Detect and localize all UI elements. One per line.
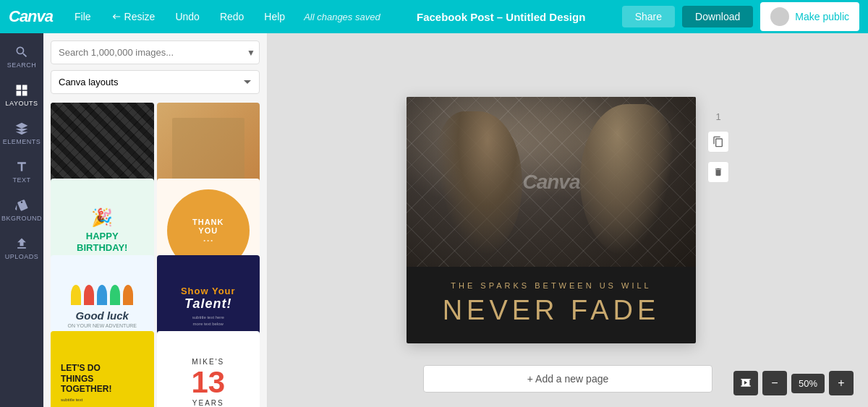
elements-icon xyxy=(14,121,29,136)
resize-icon xyxy=(111,12,122,22)
sidebar-elements-label: ELEMENTS xyxy=(3,138,41,145)
sidebar-item-text[interactable]: TEXT xyxy=(0,154,43,189)
search-input[interactable] xyxy=(51,40,260,64)
canvas-title: NEVER FADE xyxy=(421,296,681,326)
sidebar: SEARCH LAYOUTS ELEMENTS TEXT BKGROUND UP… xyxy=(0,33,43,407)
sidebar-item-uploads[interactable]: UPLOADS xyxy=(0,231,43,266)
layout-selector: Canva layouts My layouts xyxy=(43,70,267,100)
zoom-out-btn[interactable]: − xyxy=(762,371,787,395)
sidebar-search-label: SEARCH xyxy=(7,61,37,69)
make-public-button[interactable]: Make public xyxy=(760,2,859,31)
zoom-in-btn[interactable]: + xyxy=(829,371,854,395)
sidebar-layouts-label: LAYOUTS xyxy=(6,100,38,107)
presentation-icon xyxy=(740,377,752,389)
canvas-area: Canva THE SPARKS BETWEEN US WILL NEVER F… xyxy=(268,33,868,407)
duplicate-page-btn[interactable] xyxy=(707,131,729,153)
canvas-container: Canva THE SPARKS BETWEEN US WILL NEVER F… xyxy=(407,97,729,343)
layout-dropdown[interactable]: Canva layouts My layouts xyxy=(51,70,260,94)
design-title: Facebook Post – Untitled Design xyxy=(417,11,585,23)
trash-icon xyxy=(713,167,723,177)
search-icon xyxy=(14,45,29,59)
resize-label: Resize xyxy=(124,11,156,22)
main-area: SEARCH LAYOUTS ELEMENTS TEXT BKGROUND UP… xyxy=(0,33,868,407)
sidebar-item-layouts[interactable]: LAYOUTS xyxy=(0,77,43,113)
user-avatar xyxy=(770,7,789,26)
person-left xyxy=(435,111,522,256)
search-area: ▼ xyxy=(43,33,267,70)
presentation-btn[interactable] xyxy=(733,371,758,395)
app-header: Canva File Resize Undo Redo Help All cha… xyxy=(0,0,868,33)
design-canvas-wrapper: Canva THE SPARKS BETWEEN US WILL NEVER F… xyxy=(407,97,696,343)
templates-grid: 🎉 HAPPYBIRTHDAY! FREE THANK YOU • • • FR… xyxy=(43,100,267,407)
share-button[interactable]: Share xyxy=(622,6,675,27)
template-preview: MIKE'S 13 YEARS xyxy=(157,331,260,407)
header-center: Facebook Post – Untitled Design xyxy=(392,11,610,23)
canvas-text-area[interactable]: THE SPARKS BETWEEN US WILL NEVER FADE xyxy=(407,267,696,343)
page-tools: 1 xyxy=(707,97,729,183)
search-dropdown-btn[interactable]: ▼ xyxy=(247,48,255,58)
sidebar-text-label: TEXT xyxy=(12,176,30,184)
add-page-button[interactable]: + Add a new page xyxy=(423,365,712,393)
zoom-in-icon: + xyxy=(838,377,844,390)
resize-btn[interactable]: Resize xyxy=(107,8,160,25)
undo-btn[interactable]: Undo xyxy=(171,8,203,25)
zoom-out-icon: − xyxy=(771,377,778,390)
sidebar-background-label: BKGROUND xyxy=(1,215,42,222)
help-btn[interactable]: Help xyxy=(260,8,289,25)
template-preview: LET'S DO THINGS TOGETHER! subtitle text xyxy=(51,331,154,407)
canvas-photo: Canva xyxy=(407,97,696,267)
download-button[interactable]: Download xyxy=(682,6,753,27)
sidebar-item-elements[interactable]: ELEMENTS xyxy=(0,116,43,151)
make-public-label: Make public xyxy=(795,11,849,22)
file-menu[interactable]: File xyxy=(70,8,95,25)
layouts-icon xyxy=(14,83,29,98)
zoom-level: 50% xyxy=(791,374,825,393)
canva-watermark: Canva xyxy=(522,171,579,194)
person-right xyxy=(580,104,674,256)
uploads-icon xyxy=(14,236,29,251)
search-input-wrapper: ▼ xyxy=(51,40,260,64)
delete-page-btn[interactable] xyxy=(707,161,729,183)
background-icon xyxy=(14,198,29,213)
text-icon xyxy=(14,160,29,174)
canva-logo[interactable]: Canva xyxy=(9,7,53,26)
duplicate-icon xyxy=(712,136,724,147)
sidebar-uploads-label: UPLOADS xyxy=(5,253,39,260)
canvas-subtitle: THE SPARKS BETWEEN US WILL xyxy=(421,281,681,290)
sidebar-item-background[interactable]: BKGROUND xyxy=(0,192,43,228)
page-number: 1 xyxy=(715,111,720,122)
save-status: All changes saved xyxy=(304,12,380,22)
layouts-panel: ▼ Canva layouts My layouts xyxy=(43,33,268,407)
sidebar-item-search[interactable]: SEARCH xyxy=(0,39,43,74)
bottom-toolbar: − 50% + xyxy=(733,371,854,395)
redo-btn[interactable]: Redo xyxy=(216,8,248,25)
header-actions: Share Download Make public xyxy=(622,2,859,31)
template-item[interactable]: LET'S DO THINGS TOGETHER! subtitle text … xyxy=(51,331,154,407)
template-item[interactable]: MIKE'S 13 YEARS FREE xyxy=(157,331,260,407)
design-canvas[interactable]: Canva THE SPARKS BETWEEN US WILL NEVER F… xyxy=(407,97,696,343)
